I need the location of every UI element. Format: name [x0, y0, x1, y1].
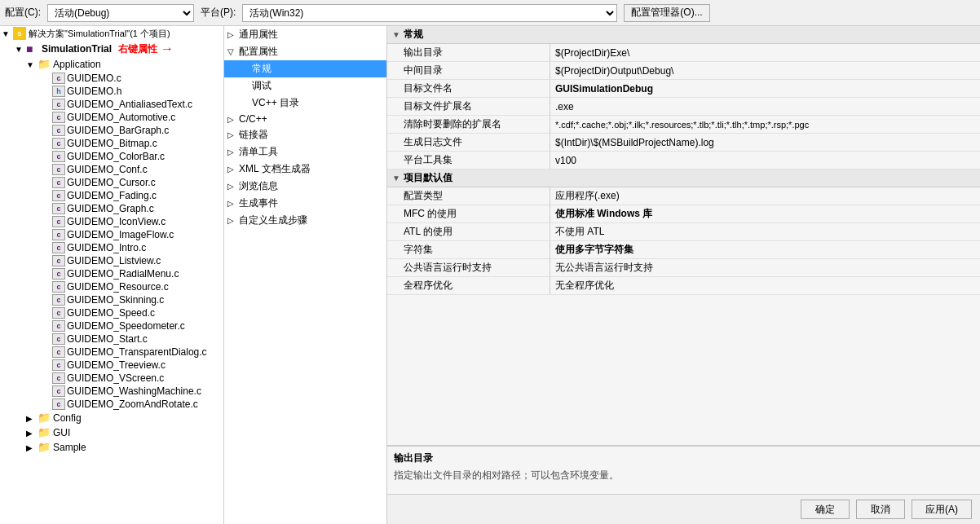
props-config[interactable]: ▽ 配置属性 [224, 43, 386, 60]
props-browse[interactable]: ▷ 浏览信息 [224, 178, 386, 195]
solution-icon: S [13, 27, 26, 40]
c-file-icon: c [52, 399, 65, 410]
prop-output-dir-value: $(ProjectDir)Exe\ [550, 46, 980, 60]
prop-config-type-name: 配置类型 [387, 187, 550, 205]
file-bargraph[interactable]: c GUIDEMO_BarGraph.c [0, 124, 223, 137]
file-radialmenu[interactable]: c GUIDEMO_RadialMenu.c [0, 267, 223, 280]
file-fading[interactable]: c GUIDEMO_Fading.c [0, 189, 223, 202]
file-treeview[interactable]: c GUIDEMO_Treeview.c [0, 359, 223, 372]
props-vcpp[interactable]: VC++ 目录 [224, 95, 386, 112]
solution-arrow: ▼ [2, 29, 13, 38]
file-guidemo-c[interactable]: c GUIDEMO.c [0, 72, 223, 85]
solution-label: 解决方案"SimulationTrial"(1 个项目) [29, 28, 170, 40]
prop-build-log-name: 生成日志文件 [387, 134, 550, 151]
file-guidemo-h[interactable]: h GUIDEMO.h [0, 85, 223, 98]
file-label: GUIDEMO_Conf.c [67, 164, 148, 175]
application-label: Application [53, 59, 101, 70]
file-zoom[interactable]: c GUIDEMO_ZoomAndRotate.c [0, 398, 223, 411]
prop-intermediate-dir-name: 中间目录 [387, 62, 550, 79]
props-debug[interactable]: 调试 [224, 77, 386, 95]
gui-folder-arrow: ▶ [26, 429, 38, 438]
file-iconview[interactable]: c GUIDEMO_IconView.c [0, 215, 223, 228]
file-resource[interactable]: c GUIDEMO_Resource.c [0, 280, 223, 293]
prop-clean-ext-name: 清除时要删除的扩展名 [387, 116, 550, 133]
prop-config-type[interactable]: 配置类型 应用程序(.exe) [387, 187, 980, 205]
solution-root[interactable]: ▼ S 解决方案"SimulationTrial"(1 个项目) [0, 26, 223, 41]
prop-build-log[interactable]: 生成日志文件 $(IntDir)\$(MSBuildProjectName).l… [387, 134, 980, 152]
file-skinning[interactable]: c GUIDEMO_Skinning.c [0, 293, 223, 306]
folder-gui[interactable]: ▶ 📁 GUI [0, 425, 223, 440]
apply-button[interactable]: 应用(A) [912, 500, 972, 519]
props-manifest[interactable]: ▷ 清单工具 [224, 143, 386, 161]
props-general-label: 通用属性 [239, 28, 278, 42]
prop-output-dir[interactable]: 输出目录 $(ProjectDir)Exe\ [387, 44, 980, 62]
prop-platform-toolset[interactable]: 平台工具集 v100 [387, 152, 980, 170]
prop-clr[interactable]: 公共语言运行时支持 无公共语言运行时支持 [387, 259, 980, 277]
prop-mfc-value: 使用标准 Windows 库 [550, 205, 980, 222]
properties-detail: ▼ 常规 输出目录 $(ProjectDir)Exe\ 中间目录 $(Proje… [387, 26, 980, 524]
prop-intermediate-dir[interactable]: 中间目录 $(ProjectDir)Output\Debug\ [387, 62, 980, 80]
folder-application[interactable]: ▼ 📁 Application [0, 57, 223, 72]
config-select[interactable]: 活动(Debug) [47, 4, 194, 22]
file-label: GUIDEMO_Resource.c [67, 281, 169, 293]
prop-charset[interactable]: 字符集 使用多字节字符集 [387, 241, 980, 259]
props-custom-build[interactable]: ▷ 自定义生成步骤 [224, 212, 386, 229]
props-normal[interactable]: 常规 [224, 60, 386, 77]
c-file-icon: c [52, 177, 65, 188]
props-linker[interactable]: ▷ 链接器 [224, 126, 386, 143]
props-browse-label: 浏览信息 [239, 179, 278, 193]
section-header-defaults[interactable]: ▼ 项目默认值 [387, 170, 980, 187]
cancel-button[interactable]: 取消 [856, 500, 905, 519]
file-label: GUIDEMO_TransparentDialog.c [67, 346, 207, 358]
c-file-icon: c [52, 281, 65, 293]
file-start[interactable]: c GUIDEMO_Start.c [0, 332, 223, 346]
file-listview[interactable]: c GUIDEMO_Listview.c [0, 254, 223, 267]
file-conf[interactable]: c GUIDEMO_Conf.c [0, 163, 223, 176]
file-transparent[interactable]: c GUIDEMO_TransparentDialog.c [0, 346, 223, 359]
prop-atl[interactable]: ATL 的使用 不使用 ATL [387, 223, 980, 241]
arrow-indicator: → [161, 42, 174, 56]
file-colorbar[interactable]: c GUIDEMO_ColorBar.c [0, 150, 223, 163]
prop-clr-value: 无公共语言运行时支持 [550, 259, 980, 276]
c-file-icon: c [52, 190, 65, 201]
config-manager-button[interactable]: 配置管理器(O)... [624, 4, 709, 22]
platform-select[interactable]: 活动(Win32) [242, 4, 617, 22]
prop-target-ext[interactable]: 目标文件扩展名 .exe [387, 98, 980, 116]
ok-button[interactable]: 确定 [801, 500, 850, 519]
section-defaults-collapse-arrow: ▼ [392, 174, 400, 183]
project-arrow: ▼ [15, 45, 26, 54]
file-intro[interactable]: c GUIDEMO_Intro.c [0, 241, 223, 254]
c-file-icon: c [52, 346, 65, 358]
folder-config[interactable]: ▶ 📁 Config [0, 411, 223, 425]
prop-target-name[interactable]: 目标文件名 GUISimulationDebug [387, 80, 980, 98]
c-file-icon: c [52, 125, 65, 136]
file-automotive[interactable]: c GUIDEMO_Automotive.c [0, 111, 223, 124]
props-cpp[interactable]: ▷ C/C++ [224, 112, 386, 126]
c-file-icon: c [52, 294, 65, 306]
file-speed[interactable]: c GUIDEMO_Speed.c [0, 306, 223, 319]
prop-wpo-name: 全程序优化 [387, 277, 550, 294]
c-file-icon: c [52, 203, 65, 214]
section-header-general[interactable]: ▼ 常规 [387, 26, 980, 44]
file-graph[interactable]: c GUIDEMO_Graph.c [0, 202, 223, 215]
prop-wpo[interactable]: 全程序优化 无全程序优化 [387, 277, 980, 295]
file-antialiased[interactable]: c GUIDEMO_AntialiasedText.c [0, 98, 223, 111]
file-speedometer[interactable]: c GUIDEMO_Speedometer.c [0, 319, 223, 332]
file-cursor[interactable]: c GUIDEMO_Cursor.c [0, 176, 223, 189]
props-debug-label: 调试 [252, 79, 271, 93]
file-label: GUIDEMO_Fading.c [67, 190, 157, 201]
file-washing[interactable]: c GUIDEMO_WashingMachine.c [0, 385, 223, 398]
file-imageflow[interactable]: c GUIDEMO_ImageFlow.c [0, 228, 223, 241]
props-normal-label: 常规 [252, 62, 271, 76]
props-general[interactable]: ▷ 通用属性 [224, 26, 386, 43]
folder-sample[interactable]: ▶ 📁 Sample [0, 440, 223, 455]
prop-clean-ext[interactable]: 清除时要删除的扩展名 *.cdf;*.cache;*.obj;*.ilk;*.r… [387, 116, 980, 134]
project-root[interactable]: ▼ ■ SimulationTrial 右键属性 → [0, 41, 223, 57]
prop-target-name-value: GUISimulationDebug [550, 81, 980, 96]
file-bitmap[interactable]: c GUIDEMO_Bitmap.c [0, 137, 223, 150]
props-build-events[interactable]: ▷ 生成事件 [224, 195, 386, 212]
file-vscreen[interactable]: c GUIDEMO_VScreen.c [0, 372, 223, 385]
prop-mfc[interactable]: MFC 的使用 使用标准 Windows 库 [387, 205, 980, 223]
props-xml[interactable]: ▷ XML 文档生成器 [224, 161, 386, 178]
file-label: GUIDEMO_ImageFlow.c [67, 229, 174, 240]
